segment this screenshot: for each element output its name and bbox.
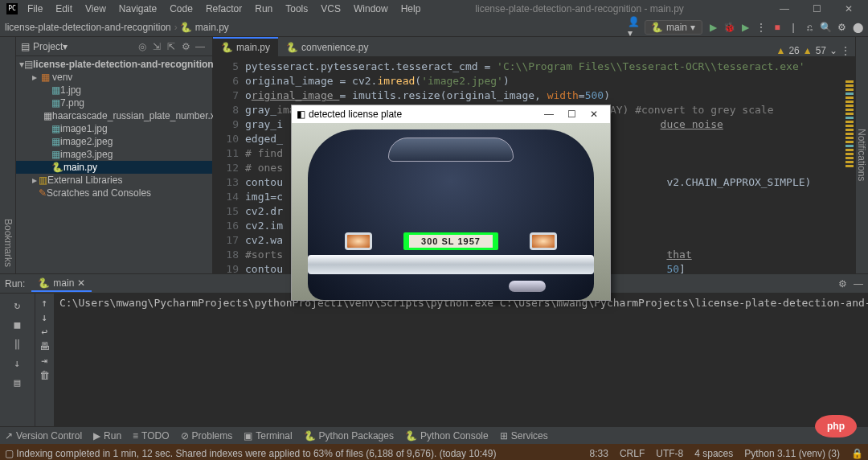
warnings-icon[interactable]: ▲	[776, 45, 786, 56]
image-popup-window[interactable]: ◧ detected license plate — ☐ ✕ 300 SL 19…	[291, 105, 611, 301]
services-button[interactable]: ⊞ Services	[500, 430, 548, 442]
tree-item-7-png[interactable]: ▦ 7.png	[16, 97, 212, 109]
menu-window[interactable]: Window	[347, 2, 395, 16]
todo-tool-button[interactable]: ≡ TODO	[133, 430, 169, 442]
hide-icon[interactable]: —	[854, 278, 863, 290]
line-separator[interactable]: CRLF	[620, 448, 645, 459]
breadcrumb-project[interactable]: license-plate-detection-and-recognition	[5, 22, 171, 33]
nav-bar: license-plate-detection-and-recognition …	[0, 18, 868, 37]
notif-icon[interactable]: ⬤	[852, 22, 863, 33]
version-control-button[interactable]: ↗ Version Control	[5, 430, 82, 442]
frames-icon[interactable]: ▤	[10, 374, 26, 390]
collapse-icon[interactable]: ⇱	[164, 39, 178, 54]
close-button[interactable]: ✕	[833, 0, 865, 18]
tree-item-image3-jpeg[interactable]: ▦ image3.jpeg	[16, 148, 212, 161]
pause-icon[interactable]: ‖	[10, 335, 26, 351]
more-icon[interactable]: ⋮	[841, 45, 850, 56]
menu-tools[interactable]: Tools	[279, 2, 314, 16]
menu-edit[interactable]: Edit	[49, 2, 79, 16]
breadcrumb-file[interactable]: main.py	[195, 22, 229, 33]
run-side-toolbar: ↻ ■ ‖ ↓ ▤	[0, 294, 35, 426]
trash-icon[interactable]: 🗑	[39, 369, 50, 381]
wrap-icon[interactable]: ↩	[42, 326, 48, 338]
up-icon[interactable]: ↑	[42, 297, 48, 309]
python-interpreter[interactable]: Python 3.11 (venv) (3)	[744, 448, 840, 459]
user-icon[interactable]: 👤▾	[628, 22, 640, 33]
warnings-icon[interactable]: ▲	[803, 45, 813, 56]
breadcrumb[interactable]: license-plate-detection-and-recognition …	[5, 22, 229, 33]
down-icon[interactable]: ↓	[42, 311, 48, 323]
stop-icon[interactable]: ■	[772, 22, 783, 33]
menu-refactor[interactable]: Refactor	[199, 2, 248, 16]
tree-item-scratches-and-consoles[interactable]: ✎ Scratches and Consoles	[16, 187, 212, 199]
project-panel: ▤ Project ▾ ◎ ⇲ ⇱ ⚙ — ▾▤ license-plate-d…	[16, 37, 213, 273]
close-icon[interactable]: ✕	[77, 277, 85, 289]
menu-run[interactable]: Run	[248, 2, 279, 16]
python-console-button[interactable]: 🐍 Python Console	[405, 430, 489, 442]
menu-help[interactable]: Help	[395, 2, 428, 16]
tool-window-bar: ↗ Version Control ▶ Run ≡ TODO ⊘ Problem…	[0, 426, 868, 444]
more-run-icon[interactable]: ⋮	[755, 22, 767, 33]
menu-file[interactable]: File	[21, 2, 49, 16]
python-packages-button[interactable]: 🐍 Python Packages	[304, 430, 394, 442]
tree-item-image1-jpg[interactable]: ▦ image1.jpg	[16, 122, 212, 135]
run-config-dropdown[interactable]: 🐍 main ▾	[645, 20, 702, 35]
tree-item-1-jpg[interactable]: ▦ 1.jpg	[16, 84, 212, 97]
popup-maximize-button[interactable]: ☐	[560, 109, 583, 120]
popup-close-button[interactable]: ✕	[583, 109, 605, 120]
structure-tool-button[interactable]: Structure	[0, 129, 1, 182]
gear-icon[interactable]: ⚙	[838, 278, 847, 290]
tree-item-image2-jpeg[interactable]: ▦ image2.jpeg	[16, 135, 212, 148]
tree-item-haarcascade_russian_plate_number-xml[interactable]: ▦ haarcascade_russian_plate_number.xml	[16, 109, 212, 122]
hints-icon[interactable]: ⌄	[829, 45, 837, 56]
minimap[interactable]	[844, 56, 855, 273]
lock-icon[interactable]: 🔒	[851, 448, 863, 459]
editor-tab-main-py[interactable]: 🐍main.py	[213, 37, 278, 56]
target-icon[interactable]: ◎	[135, 39, 149, 54]
wrap-lines-icon[interactable]: ⇥	[42, 355, 48, 367]
gear-icon[interactable]: ⚙	[178, 39, 193, 54]
git-icon[interactable]: ⎌	[804, 22, 815, 33]
tree-item-external-libraries[interactable]: ▸▥ External Libraries	[16, 174, 212, 187]
tree-root[interactable]: ▾▤ license-plate-detection-and-recogniti…	[16, 58, 212, 71]
file-encoding[interactable]: UTF-8	[656, 448, 683, 459]
down-icon[interactable]: ↓	[10, 355, 26, 371]
maximize-button[interactable]: ☐	[800, 0, 833, 18]
terminal-tool-button[interactable]: ▣ Terminal	[244, 430, 292, 442]
debug-icon[interactable]: 🐞	[723, 22, 735, 33]
run-icon[interactable]: ▶	[707, 22, 719, 33]
menu-navigate[interactable]: Navigate	[113, 2, 163, 16]
run-output[interactable]: C:\Users\mwang\PycharmProjects\pythonPro…	[55, 294, 868, 426]
indexing-status[interactable]: ▢ Indexing completed in 1 min, 12 sec. S…	[5, 448, 496, 459]
indent-setting[interactable]: 4 spaces	[694, 448, 733, 459]
tree-item-main-py[interactable]: 🐍 main.py	[16, 161, 212, 174]
profile-icon[interactable]: ▶	[739, 22, 751, 33]
menu-code[interactable]: Code	[163, 2, 199, 16]
menu-view[interactable]: View	[79, 2, 113, 16]
editor-tab-convenience-py[interactable]: 🐍convenience.py	[278, 37, 376, 56]
expand-icon[interactable]: ⇲	[149, 39, 164, 54]
project-panel-title[interactable]: Project	[33, 41, 63, 52]
search-icon[interactable]: 🔍	[820, 22, 831, 33]
stop-icon[interactable]: ■	[10, 316, 26, 332]
notifications-tool-button[interactable]: Notifications	[856, 121, 867, 189]
minimize-button[interactable]: —	[768, 0, 800, 18]
menu-vcs[interactable]: VCS	[314, 2, 347, 16]
popup-minimize-button[interactable]: —	[538, 109, 560, 120]
chevron-down-icon[interactable]: ▾	[63, 41, 68, 52]
hide-icon[interactable]: —	[193, 39, 207, 54]
bookmarks-tool-button[interactable]: Bookmarks	[1, 212, 15, 273]
run-tab[interactable]: 🐍 main ✕	[31, 276, 92, 292]
popup-title: detected license plate	[309, 109, 402, 120]
run-tool-button[interactable]: ▶ Run	[93, 430, 121, 442]
caret-position[interactable]: 8:33	[590, 448, 608, 459]
print-icon[interactable]: 🖶	[39, 340, 50, 352]
popup-image: 300 SL 1957	[292, 123, 610, 300]
gear-icon[interactable]: ⚙	[836, 22, 847, 33]
line-gutter: 567891011121314151617181920	[213, 56, 245, 273]
problems-tool-button[interactable]: ⊘ Problems	[181, 430, 233, 442]
php-watermark: php	[815, 415, 857, 437]
project-tree[interactable]: ▾▤ license-plate-detection-and-recogniti…	[16, 56, 212, 201]
tree-item-venv[interactable]: ▸▦ venv	[16, 71, 212, 84]
rerun-icon[interactable]: ↻	[10, 297, 26, 313]
